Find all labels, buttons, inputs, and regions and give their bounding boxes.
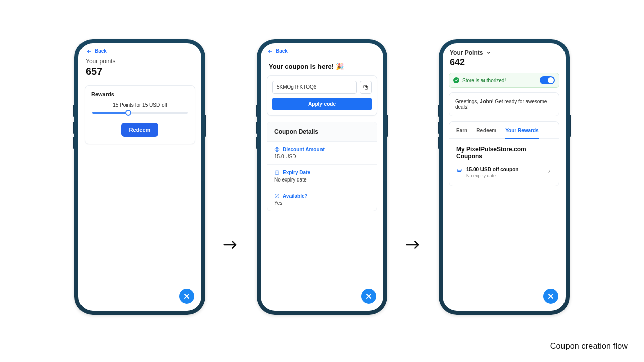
apply-code-button[interactable]: Apply code [272,98,372,110]
back-button[interactable]: Back [78,43,201,56]
close-icon [183,292,191,300]
redeem-button[interactable]: Redeem [121,123,159,137]
rewards-title: Rewards [85,86,195,101]
phone-frame-1: Back Your points 657 Rewards 15 Points f… [74,39,205,315]
close-button[interactable] [543,289,558,304]
screen-3: Your Points 642 Store is authorized! Gre… [443,43,566,311]
svg-rect-10 [275,171,279,174]
points-dropdown[interactable]: Your Points [443,43,566,57]
coupon-row[interactable]: 15.00 USD off coupon No expiry date [449,164,559,179]
my-coupons-heading: My PixelPulseStore.com Coupons [449,139,559,164]
chevron-right-icon [547,167,552,176]
coupon-title: 15.00 USD off coupon [466,167,518,172]
check-circle-icon [274,193,280,199]
arrow-left-icon [268,49,273,54]
calendar-icon [274,170,280,175]
back-label: Back [276,48,288,54]
auth-toggle[interactable] [540,76,555,84]
check-circle-icon [453,77,459,83]
coupon-details-card: Coupon Details Discount Amount 15.0 USD … [267,122,377,211]
tab-earn[interactable]: Earn [456,128,467,138]
points-value: 642 [443,57,566,72]
auth-text: Store is authorized! [462,78,506,83]
page-caption: Coupon creation flow [550,342,628,351]
coupon-details-title: Coupon Details [267,122,377,142]
svg-point-14 [275,194,279,198]
close-icon [365,292,373,300]
tab-your-rewards[interactable]: Your Rewards [505,128,539,138]
arrow-left-icon [87,49,92,54]
close-button[interactable] [361,289,376,304]
coupon-icon [456,167,462,173]
detail-available: Available? Yes [267,188,377,211]
back-button[interactable]: Back [261,43,383,56]
coupon-code-input[interactable] [272,81,357,94]
phone-frame-2: Back Your coupon is here! 🎉 Apply code C… [257,39,387,315]
screen-1: Back Your points 657 Rewards 15 Points f… [78,43,201,311]
detail-discount: Discount Amount 15.0 USD [267,142,377,165]
copy-icon [363,84,369,90]
points-slider[interactable] [92,112,188,114]
store-authorized-banner: Store is authorized! [449,73,559,88]
tab-redeem[interactable]: Redeem [476,128,496,138]
rewards-card: Rewards 15 Points for 15 USD off Redeem [85,85,195,144]
close-icon [547,292,555,300]
coupon-subtitle: No expiry date [466,173,518,178]
copy-code-button[interactable] [360,81,372,94]
slider-description: 15 Points for 15 USD off [85,101,195,112]
greeting-card: Greetings, John! Get ready for awesome d… [449,92,559,116]
flow-arrow-icon [222,240,239,252]
points-value: 657 [86,66,194,77]
rewards-tabs-card: Earn Redeem Your Rewards My PixelPulseSt… [449,121,559,186]
phone-frame-3: Your Points 642 Store is authorized! Gre… [439,39,570,315]
screen-2: Back Your coupon is here! 🎉 Apply code C… [261,43,383,311]
coupon-code-card: Apply code [267,75,377,116]
flow-arrow-icon [405,240,422,252]
points-label: Your points [86,58,194,65]
chevron-down-icon [486,50,491,55]
close-button[interactable] [179,289,194,304]
detail-expiry: Expiry Date No expiry date [267,165,377,188]
dollar-icon [274,147,280,152]
coupon-ready-heading: Your coupon is here! 🎉 [261,56,383,75]
back-label: Back [95,48,107,54]
